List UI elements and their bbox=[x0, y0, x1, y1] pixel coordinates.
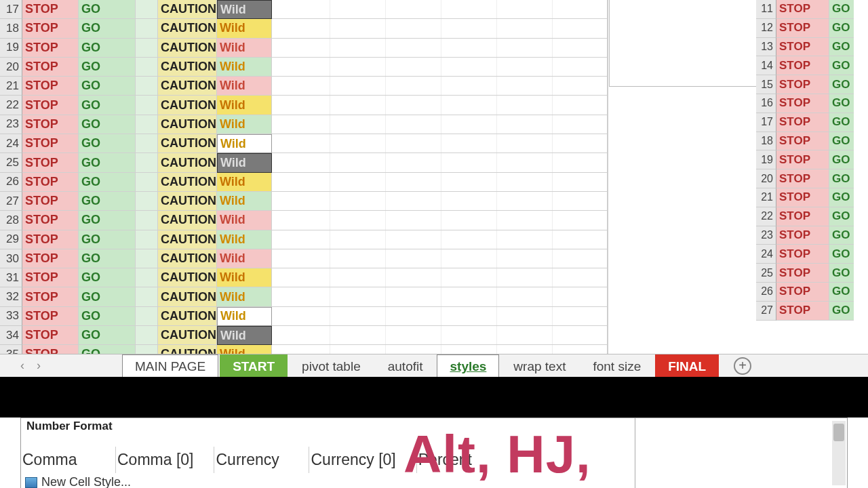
row-header[interactable]: 24 bbox=[0, 134, 22, 153]
grid-row[interactable]: 13STOPGO bbox=[756, 38, 868, 57]
tab-main-page[interactable]: MAIN PAGE bbox=[122, 354, 218, 377]
cell-caution[interactable]: CAUTION bbox=[158, 230, 217, 249]
cell-go[interactable]: GO bbox=[79, 268, 136, 287]
cell-go-partial[interactable]: GO bbox=[829, 94, 854, 113]
cell-go-partial[interactable]: GO bbox=[829, 56, 854, 75]
add-sheet-button[interactable]: + bbox=[734, 357, 751, 375]
cell-wild[interactable]: Wild bbox=[217, 211, 272, 230]
cell-wild[interactable]: Wild bbox=[217, 326, 272, 345]
cell-stop[interactable]: STOP bbox=[776, 94, 829, 113]
cell-gap[interactable] bbox=[136, 77, 158, 96]
cell-go-partial[interactable]: GO bbox=[829, 132, 854, 151]
grid-row[interactable]: 25STOPGO bbox=[756, 264, 868, 283]
cell-go[interactable]: GO bbox=[79, 173, 136, 192]
grid-row[interactable]: 20STOPGO bbox=[756, 169, 868, 188]
cell-gap[interactable] bbox=[136, 249, 158, 268]
grid-row[interactable]: 22STOPGO bbox=[756, 207, 868, 226]
cell-stop[interactable]: STOP bbox=[22, 230, 79, 249]
grid-row[interactable]: 25STOPGOCAUTIONWild bbox=[0, 153, 608, 172]
row-header[interactable]: 25 bbox=[756, 264, 776, 283]
row-header[interactable]: 15 bbox=[756, 75, 776, 94]
cell-caution[interactable]: CAUTION bbox=[158, 287, 217, 306]
cell-empty[interactable] bbox=[272, 211, 608, 230]
cell-go[interactable]: GO bbox=[79, 211, 136, 230]
grid-row[interactable]: 12STOPGO bbox=[756, 19, 868, 38]
cell-go-partial[interactable]: GO bbox=[829, 19, 854, 38]
new-cell-style-button[interactable]: New Cell Style... bbox=[25, 475, 131, 488]
cell-empty[interactable] bbox=[272, 77, 608, 96]
row-header[interactable]: 18 bbox=[756, 132, 776, 151]
cell-caution[interactable]: CAUTION bbox=[158, 58, 217, 77]
cell-empty[interactable] bbox=[272, 326, 608, 345]
grid-row[interactable]: 17STOPGOCAUTIONWild bbox=[0, 0, 608, 19]
cell-empty[interactable] bbox=[272, 230, 608, 249]
cell-caution[interactable]: CAUTION bbox=[158, 307, 217, 326]
row-header[interactable]: 28 bbox=[0, 211, 22, 230]
cell-empty[interactable] bbox=[272, 96, 608, 115]
cell-stop[interactable]: STOP bbox=[22, 58, 79, 77]
cell-stop[interactable]: STOP bbox=[22, 77, 79, 96]
cell-caution[interactable]: CAUTION bbox=[158, 345, 217, 354]
cell-gap[interactable] bbox=[136, 192, 158, 211]
cell-go[interactable]: GO bbox=[79, 96, 136, 115]
cell-stop[interactable]: STOP bbox=[22, 134, 79, 153]
cell-go-partial[interactable]: GO bbox=[829, 113, 854, 132]
cell-stop[interactable]: STOP bbox=[22, 211, 79, 230]
grid-row[interactable]: 18STOPGOCAUTIONWild bbox=[0, 19, 608, 38]
row-header[interactable]: 34 bbox=[0, 326, 22, 345]
row-header[interactable]: 27 bbox=[0, 192, 22, 211]
cell-caution[interactable]: CAUTION bbox=[158, 249, 217, 268]
row-header[interactable]: 23 bbox=[756, 226, 776, 245]
cell-stop[interactable]: STOP bbox=[776, 19, 829, 38]
style-currency[interactable]: Currency bbox=[214, 447, 309, 473]
cell-stop[interactable]: STOP bbox=[776, 245, 829, 264]
cell-wild[interactable]: Wild bbox=[217, 19, 272, 38]
cell-go-partial[interactable]: GO bbox=[829, 0, 854, 19]
cell-empty[interactable] bbox=[272, 307, 608, 326]
cell-stop[interactable]: STOP bbox=[22, 173, 79, 192]
row-header[interactable]: 26 bbox=[756, 283, 776, 302]
cell-empty[interactable] bbox=[272, 345, 608, 354]
cell-wild[interactable]: Wild bbox=[217, 96, 272, 115]
grid-row[interactable]: 19STOPGO bbox=[756, 150, 868, 169]
cell-gap[interactable] bbox=[136, 345, 158, 354]
nav-prev-icon[interactable]: ‹ bbox=[20, 359, 24, 373]
cell-empty[interactable] bbox=[272, 19, 608, 38]
cell-wild[interactable]: Wild bbox=[217, 345, 272, 354]
nav-next-icon[interactable]: › bbox=[37, 359, 41, 373]
cell-stop[interactable]: STOP bbox=[22, 19, 79, 38]
cell-stop[interactable]: STOP bbox=[22, 287, 79, 306]
cell-empty[interactable] bbox=[272, 173, 608, 192]
row-header[interactable]: 11 bbox=[756, 0, 776, 19]
row-header[interactable]: 19 bbox=[756, 150, 776, 169]
cell-wild[interactable]: Wild bbox=[217, 39, 272, 58]
cell-empty[interactable] bbox=[272, 115, 608, 134]
row-header[interactable]: 27 bbox=[756, 302, 776, 321]
cell-go[interactable]: GO bbox=[79, 19, 136, 38]
cell-stop[interactable]: STOP bbox=[776, 188, 829, 207]
style-currency-0-[interactable]: Currency [0] bbox=[309, 447, 416, 473]
cell-go-partial[interactable]: GO bbox=[829, 169, 854, 188]
grid-row[interactable]: 26STOPGOCAUTIONWild bbox=[0, 173, 608, 192]
cell-wild[interactable]: Wild bbox=[217, 153, 272, 172]
row-header[interactable]: 29 bbox=[0, 230, 22, 249]
row-header[interactable]: 35 bbox=[0, 345, 22, 354]
cell-stop[interactable]: STOP bbox=[22, 192, 79, 211]
cell-go-partial[interactable]: GO bbox=[829, 188, 854, 207]
cell-go[interactable]: GO bbox=[79, 77, 136, 96]
grid-row[interactable]: 24STOPGO bbox=[756, 245, 868, 264]
cell-caution[interactable]: CAUTION bbox=[158, 96, 217, 115]
tab-final[interactable]: FINAL bbox=[655, 354, 719, 377]
cell-stop[interactable]: STOP bbox=[776, 169, 829, 188]
grid-row[interactable]: 24STOPGOCAUTIONWild bbox=[0, 134, 608, 153]
grid-row[interactable]: 15STOPGO bbox=[756, 75, 868, 94]
cell-gap[interactable] bbox=[136, 134, 158, 153]
cell-caution[interactable]: CAUTION bbox=[158, 268, 217, 287]
tab-nav-arrows[interactable]: ‹ › bbox=[20, 359, 41, 373]
grid-row[interactable]: 27STOPGO bbox=[756, 302, 868, 321]
cell-stop[interactable]: STOP bbox=[22, 268, 79, 287]
row-header[interactable]: 13 bbox=[756, 38, 776, 57]
cell-go-partial[interactable]: GO bbox=[829, 38, 854, 57]
tab-wrap-text[interactable]: wrap text bbox=[500, 354, 578, 377]
row-header[interactable]: 16 bbox=[756, 94, 776, 113]
